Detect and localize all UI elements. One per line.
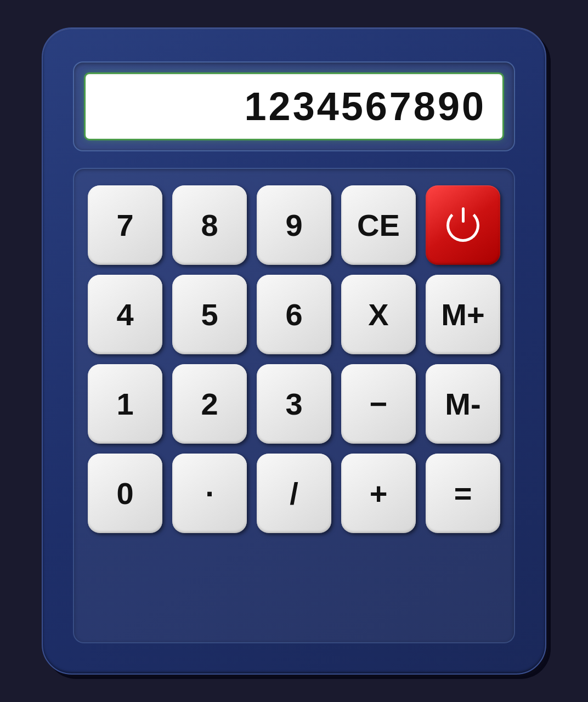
btn-9[interactable]: 9 (257, 185, 331, 265)
button-row-2: 4 5 6 X M+ (88, 275, 500, 354)
btn-1[interactable]: 1 (88, 364, 162, 444)
btn-3[interactable]: 3 (257, 364, 331, 444)
button-row-3: 1 2 3 − M- (88, 364, 500, 444)
btn-dot[interactable]: · (172, 454, 247, 533)
btn-7[interactable]: 7 (88, 185, 162, 265)
btn-5[interactable]: 5 (172, 275, 247, 354)
btn-mminus[interactable]: M- (426, 364, 500, 444)
btn-minus[interactable]: − (341, 364, 416, 444)
button-row-1: 7 8 9 CE (88, 185, 500, 265)
btn-6[interactable]: 6 (257, 275, 331, 354)
btn-mplus[interactable]: M+ (426, 275, 500, 354)
btn-multiply[interactable]: X (341, 275, 416, 354)
display-value: 1234567890 (245, 84, 486, 129)
btn-power[interactable] (426, 185, 500, 265)
btn-4[interactable]: 4 (88, 275, 162, 354)
display-inner: 1234567890 (84, 72, 504, 140)
calculator: 1234567890 7 8 9 CE 4 5 6 X M+ 1 2 3 − (42, 27, 546, 675)
btn-ce[interactable]: CE (341, 185, 416, 265)
btn-2[interactable]: 2 (172, 364, 247, 444)
display-outer: 1234567890 (73, 61, 515, 151)
btn-0[interactable]: 0 (88, 454, 162, 533)
button-grid: 7 8 9 CE 4 5 6 X M+ 1 2 3 − M- 0 · (73, 168, 515, 643)
power-icon (446, 209, 479, 242)
btn-8[interactable]: 8 (172, 185, 247, 265)
btn-equals[interactable]: = (426, 454, 500, 533)
btn-plus[interactable]: + (341, 454, 416, 533)
button-row-4: 0 · / + = (88, 454, 500, 533)
btn-divide[interactable]: / (257, 454, 331, 533)
